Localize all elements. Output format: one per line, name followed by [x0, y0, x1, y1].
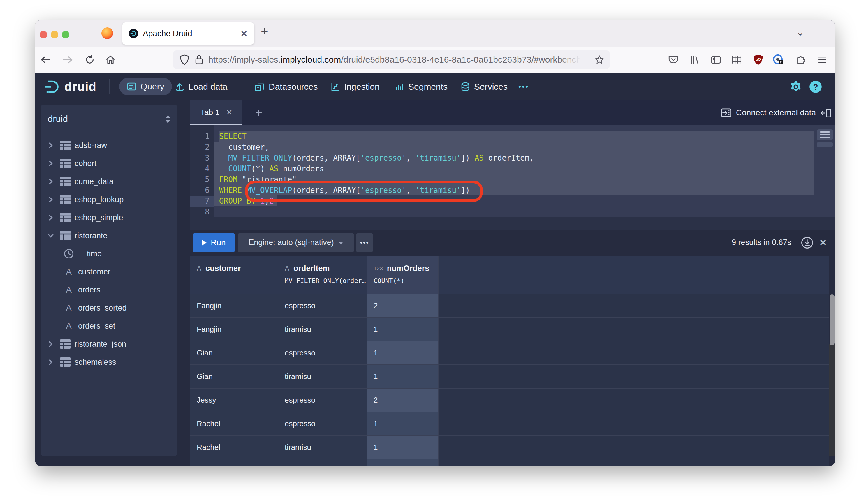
forward-button[interactable]	[61, 53, 75, 66]
nav-item-services[interactable]: Services	[460, 73, 508, 100]
ublock-origin-icon[interactable]: uO	[751, 53, 765, 67]
table-cell[interactable]: Gian	[190, 365, 278, 388]
back-button[interactable]	[39, 53, 52, 66]
chevron-right-icon[interactable]	[45, 196, 56, 203]
table-cell[interactable]: tiramisu	[278, 436, 367, 459]
nav-item-segments[interactable]: Segments	[395, 73, 447, 100]
connect-external-data-button[interactable]: Connect external data	[721, 100, 816, 125]
sidebar-datasource-cume_data[interactable]: cume_data	[41, 172, 177, 191]
sidebar-datasource-cohort[interactable]: cohort	[41, 154, 177, 172]
table-cell[interactable]: 2	[367, 389, 438, 412]
table-cell[interactable]: 1	[367, 341, 438, 365]
browser-tab-apache-druid[interactable]: Apache Druid ✕	[122, 22, 254, 45]
sidebar-column-__time[interactable]: __time	[41, 245, 177, 263]
table-cell[interactable]: 1	[367, 365, 438, 388]
sidebar-column-orders[interactable]: Aorders	[41, 281, 177, 299]
list-all-tabs-icon[interactable]: ⌄	[796, 26, 804, 38]
table-cell[interactable]	[278, 459, 367, 466]
column-header-customer[interactable]: Acustomer	[190, 256, 278, 294]
sidebar-toggle-icon[interactable]	[709, 53, 723, 67]
new-workbench-tab-button[interactable]: +	[250, 100, 267, 125]
close-results-icon[interactable]: ✕	[819, 237, 827, 248]
sidebar-datasource-eshop_lookup[interactable]: eshop_lookup	[41, 191, 177, 209]
column-header-orderitem[interactable]: AorderItem MV_FILTER_ONLY(order…	[278, 256, 367, 294]
settings-gear-icon[interactable]	[789, 73, 803, 100]
new-tab-button[interactable]: +	[261, 24, 268, 38]
bookmark-star-icon[interactable]	[595, 55, 604, 65]
sidebar-column-orders_set[interactable]: Aorders_set	[41, 317, 177, 335]
table-cell[interactable]: espresso	[278, 294, 367, 317]
table-cell[interactable]: espresso	[278, 341, 367, 365]
pocket-icon[interactable]	[666, 53, 680, 67]
sidebar-datasource-ristorante_json[interactable]: ristorante_json	[41, 335, 177, 353]
nav-item-query[interactable]: Query	[119, 78, 172, 95]
collapse-panel-icon[interactable]	[819, 107, 833, 120]
table-cell[interactable]: Gian	[190, 341, 278, 365]
sidebar-datasource-eshop_simple[interactable]: eshop_simple	[41, 209, 177, 227]
sidebar-datasource-adsb-raw[interactable]: adsb-raw	[41, 136, 177, 154]
sql-editor[interactable]: 12345678 SELECT customer, MV_FILTER_ONLY…	[190, 125, 835, 230]
chevron-right-icon[interactable]	[45, 142, 56, 149]
sidebar-column-orders_sorted[interactable]: Aorders_sorted	[41, 299, 177, 317]
sidebar-column-customer[interactable]: Acustomer	[41, 263, 177, 281]
zoom-window-button[interactable]	[62, 31, 69, 38]
nav-item-ingestion[interactable]: Ingestion	[331, 73, 380, 100]
chevron-right-icon[interactable]	[45, 359, 56, 366]
sidebar-datasource-schemaless[interactable]: schemaless	[41, 353, 177, 371]
download-results-icon[interactable]	[800, 236, 814, 249]
table-cell[interactable]: tiramisu	[278, 318, 367, 341]
close-workbench-tab-icon[interactable]: ✕	[226, 108, 233, 117]
table-cell[interactable]: 1	[367, 412, 438, 435]
table-cell[interactable]	[367, 459, 438, 466]
table-cell[interactable]: Jessy	[190, 389, 278, 412]
chevron-right-icon[interactable]	[45, 178, 56, 185]
column-header-numorders[interactable]: 123numOrders COUNT(*)	[367, 256, 438, 294]
close-tab-icon[interactable]: ✕	[241, 29, 248, 39]
engine-select[interactable]: Engine: auto (sql-native)	[238, 233, 354, 252]
sort-icon[interactable]	[164, 114, 172, 124]
code-line-5: FROM "ristorante"	[219, 174, 534, 185]
table-cell[interactable]: espresso	[278, 412, 367, 435]
reload-button[interactable]	[83, 53, 97, 66]
sidebar-datasource-ristorante[interactable]: ristorante	[41, 227, 177, 245]
scrollbar-thumb[interactable]	[830, 294, 834, 345]
library-icon[interactable]	[688, 53, 702, 67]
chevron-down-icon[interactable]	[45, 232, 56, 239]
druid-logo[interactable]: druid	[44, 73, 97, 100]
table-cell[interactable]: Rachel	[190, 436, 278, 459]
nav-more-button[interactable]: •••	[518, 73, 529, 100]
editor-minimap-icon[interactable]	[817, 130, 833, 140]
lock-icon[interactable]	[195, 55, 203, 65]
scrollbar-track[interactable]	[829, 344, 835, 456]
table-cell[interactable]: espresso	[278, 389, 367, 412]
onepassword-icon[interactable]	[771, 53, 785, 67]
extensions-puzzle-icon[interactable]	[794, 53, 808, 67]
containers-icon[interactable]	[729, 53, 743, 67]
url-bar[interactable]: https://imply-sales.implycloud.com/druid…	[174, 51, 610, 69]
run-button[interactable]: Run	[193, 233, 235, 252]
minimize-window-button[interactable]	[51, 31, 58, 38]
table-cell[interactable]: 1	[367, 436, 438, 459]
nav-item-load-data[interactable]: Load data	[175, 73, 227, 100]
workbench-tab-1[interactable]: Tab 1 ✕	[190, 100, 242, 125]
table-cell[interactable]: Fangjin	[190, 318, 278, 341]
home-button[interactable]	[104, 53, 117, 66]
chevron-right-icon[interactable]	[45, 160, 56, 167]
editor-scrollbar-thumb[interactable]	[817, 142, 833, 147]
table-cell[interactable]: Fangjin	[190, 294, 278, 317]
table-cell[interactable]: tiramisu	[278, 365, 367, 388]
chevron-right-icon[interactable]	[45, 214, 56, 221]
help-icon[interactable]: ?	[808, 73, 823, 100]
table-cell[interactable]: Rachel	[190, 412, 278, 435]
query-more-button[interactable]: •••	[356, 233, 373, 252]
table-cell[interactable]: 1	[367, 318, 438, 341]
chevron-right-icon[interactable]	[45, 340, 56, 348]
editor-code-area[interactable]: SELECT customer, MV_FILTER_ONLY(orders, …	[214, 125, 835, 217]
table-cell[interactable]	[190, 459, 278, 466]
nav-item-datasources[interactable]: Datasources	[254, 73, 318, 100]
table-cell[interactable]: 2	[367, 294, 438, 317]
results-scrollbar[interactable]	[829, 256, 835, 466]
menu-hamburger-icon[interactable]	[815, 53, 829, 67]
shield-icon[interactable]	[180, 55, 189, 65]
close-window-button[interactable]	[40, 31, 47, 38]
